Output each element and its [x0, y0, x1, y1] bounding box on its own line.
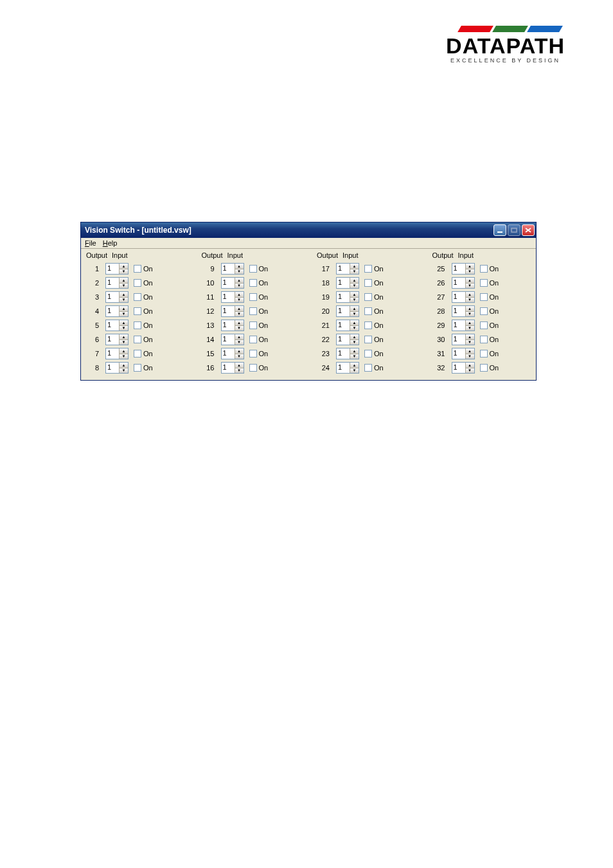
- menu-help[interactable]: Help: [103, 239, 118, 247]
- input-value[interactable]: 1: [452, 264, 465, 274]
- spin-up-button[interactable]: ▲: [465, 363, 474, 368]
- spin-down-button[interactable]: ▼: [465, 297, 474, 303]
- input-spinner[interactable]: 1▲▼: [452, 320, 475, 331]
- checkbox-icon[interactable]: [249, 321, 257, 329]
- spin-down-button[interactable]: ▼: [465, 311, 474, 317]
- on-toggle[interactable]: On: [480, 293, 499, 301]
- input-spinner[interactable]: 1▲▼: [452, 277, 475, 289]
- checkbox-icon[interactable]: [364, 279, 372, 287]
- input-spinner[interactable]: 1▲▼: [452, 334, 475, 345]
- checkbox-icon[interactable]: [480, 336, 488, 343]
- checkbox-icon[interactable]: [480, 350, 488, 357]
- checkbox-icon[interactable]: [480, 307, 488, 315]
- spin-down-button[interactable]: ▼: [350, 339, 359, 345]
- input-spinner[interactable]: 1▲▼: [105, 291, 129, 303]
- spin-down-button[interactable]: ▼: [350, 368, 359, 374]
- input-value[interactable]: 1: [222, 320, 235, 330]
- checkbox-icon[interactable]: [249, 336, 257, 343]
- checkbox-icon[interactable]: [480, 265, 488, 273]
- on-toggle[interactable]: On: [480, 265, 499, 273]
- checkbox-icon[interactable]: [364, 265, 372, 273]
- checkbox-icon[interactable]: [480, 321, 488, 329]
- input-value[interactable]: 1: [222, 292, 235, 302]
- input-spinner[interactable]: 1▲▼: [105, 263, 129, 275]
- spin-up-button[interactable]: ▲: [465, 264, 474, 269]
- spin-up-button[interactable]: ▲: [119, 306, 128, 311]
- input-value[interactable]: 1: [106, 306, 119, 316]
- checkbox-icon[interactable]: [364, 293, 372, 301]
- on-toggle[interactable]: On: [134, 336, 153, 343]
- checkbox-icon[interactable]: [134, 307, 141, 315]
- input-spinner[interactable]: 1▲▼: [221, 277, 244, 289]
- input-value[interactable]: 1: [337, 348, 350, 359]
- close-button[interactable]: [522, 224, 535, 236]
- input-spinner[interactable]: 1▲▼: [336, 291, 359, 303]
- on-toggle[interactable]: On: [249, 293, 269, 301]
- input-value[interactable]: 1: [337, 334, 350, 345]
- checkbox-icon[interactable]: [249, 307, 257, 315]
- checkbox-icon[interactable]: [364, 321, 372, 329]
- spin-down-button[interactable]: ▼: [465, 368, 474, 374]
- spin-up-button[interactable]: ▲: [119, 334, 128, 339]
- input-spinner[interactable]: 1▲▼: [452, 263, 475, 275]
- on-toggle[interactable]: On: [480, 336, 499, 343]
- checkbox-icon[interactable]: [249, 265, 257, 273]
- input-value[interactable]: 1: [452, 320, 465, 330]
- spin-up-button[interactable]: ▲: [119, 320, 128, 325]
- checkbox-icon[interactable]: [480, 293, 488, 301]
- spin-down-button[interactable]: ▼: [119, 325, 128, 331]
- input-value[interactable]: 1: [452, 363, 465, 373]
- input-value[interactable]: 1: [106, 278, 119, 288]
- spin-up-button[interactable]: ▲: [235, 363, 244, 368]
- input-value[interactable]: 1: [337, 278, 350, 288]
- input-value[interactable]: 1: [337, 264, 350, 274]
- on-toggle[interactable]: On: [249, 307, 269, 315]
- input-spinner[interactable]: 1▲▼: [452, 348, 475, 359]
- input-value[interactable]: 1: [222, 363, 235, 373]
- spin-up-button[interactable]: ▲: [350, 278, 359, 283]
- checkbox-icon[interactable]: [249, 293, 257, 301]
- spin-up-button[interactable]: ▲: [235, 292, 244, 297]
- spin-down-button[interactable]: ▼: [350, 297, 359, 303]
- checkbox-icon[interactable]: [364, 350, 372, 357]
- spin-down-button[interactable]: ▼: [119, 283, 128, 289]
- checkbox-icon[interactable]: [134, 364, 141, 372]
- spin-down-button[interactable]: ▼: [350, 283, 359, 289]
- on-toggle[interactable]: On: [134, 350, 153, 357]
- spin-down-button[interactable]: ▼: [465, 325, 474, 331]
- input-spinner[interactable]: 1▲▼: [452, 362, 475, 374]
- spin-up-button[interactable]: ▲: [350, 306, 359, 311]
- checkbox-icon[interactable]: [480, 279, 488, 287]
- input-value[interactable]: 1: [337, 363, 350, 373]
- spin-up-button[interactable]: ▲: [235, 348, 244, 354]
- on-toggle[interactable]: On: [480, 279, 499, 287]
- input-value[interactable]: 1: [452, 348, 465, 359]
- input-spinner[interactable]: 1▲▼: [105, 362, 129, 374]
- input-value[interactable]: 1: [337, 292, 350, 302]
- input-spinner[interactable]: 1▲▼: [221, 362, 244, 374]
- titlebar[interactable]: Vision Switch - [untitled.vsw]: [81, 222, 536, 238]
- spin-down-button[interactable]: ▼: [350, 269, 359, 275]
- spin-up-button[interactable]: ▲: [350, 348, 359, 354]
- input-spinner[interactable]: 1▲▼: [336, 348, 359, 359]
- input-spinner[interactable]: 1▲▼: [452, 305, 475, 317]
- input-spinner[interactable]: 1▲▼: [452, 291, 475, 303]
- spin-up-button[interactable]: ▲: [235, 320, 244, 325]
- checkbox-icon[interactable]: [249, 279, 257, 287]
- on-toggle[interactable]: On: [364, 293, 384, 301]
- spin-up-button[interactable]: ▲: [465, 320, 474, 325]
- checkbox-icon[interactable]: [364, 307, 372, 315]
- spin-up-button[interactable]: ▲: [465, 306, 474, 311]
- on-toggle[interactable]: On: [364, 364, 384, 372]
- spin-up-button[interactable]: ▲: [119, 348, 128, 354]
- spin-down-button[interactable]: ▼: [465, 354, 474, 359]
- input-spinner[interactable]: 1▲▼: [336, 320, 359, 331]
- input-value[interactable]: 1: [222, 348, 235, 359]
- on-toggle[interactable]: On: [249, 279, 269, 287]
- input-spinner[interactable]: 1▲▼: [221, 320, 244, 331]
- spin-up-button[interactable]: ▲: [119, 363, 128, 368]
- checkbox-icon[interactable]: [134, 350, 141, 357]
- spin-down-button[interactable]: ▼: [119, 368, 128, 374]
- input-spinner[interactable]: 1▲▼: [336, 277, 359, 289]
- input-spinner[interactable]: 1▲▼: [221, 291, 244, 303]
